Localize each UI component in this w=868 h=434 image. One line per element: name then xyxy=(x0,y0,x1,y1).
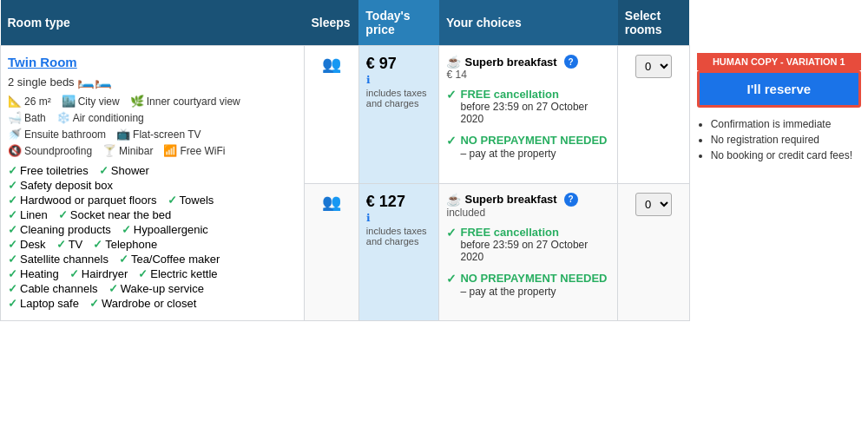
no-prepay-label-2: NO PREPAYMENT NEEDED xyxy=(460,272,607,285)
breakfast-icon-2: ☕ xyxy=(446,193,461,207)
check-row: ✓Free toiletries ✓Shower xyxy=(8,164,297,177)
wifi-icon: 📶 xyxy=(163,144,177,157)
amenity-courtyard: 🌿Inner courtyard view xyxy=(130,95,240,108)
reserve-container: HUMAN COPY - VARIATION 1 I'll reserve xyxy=(697,53,861,108)
amenity-row-1: 📐26 m² 🏙️City view 🌿Inner courtyard view xyxy=(8,95,297,108)
col-sleeps: Sleeps xyxy=(304,0,358,46)
check-row: ✓Cleaning products ✓Hypoallergenic xyxy=(8,223,297,236)
tv-icon: 📺 xyxy=(116,128,130,141)
check-tea: ✓Tea/Coffee maker xyxy=(119,253,220,266)
amenity-sqm: 📐26 m² xyxy=(8,95,51,108)
check-hypoallergenic: ✓Hypoallergenic xyxy=(122,223,208,236)
price-info-icon-2[interactable]: ℹ xyxy=(366,212,371,224)
check-socket: ✓Socket near the bed xyxy=(58,208,171,221)
select-cell-2: 0 1 2 3 4 5 xyxy=(618,183,689,321)
sleeps-icon-2: 👥 xyxy=(322,194,341,211)
amenity-row-3: 🚿Ensuite bathroom 📺Flat-screen TV xyxy=(8,128,297,141)
check-telephone: ✓Telephone xyxy=(93,238,157,251)
sidebar-cell: HUMAN COPY - VARIATION 1 I'll reserve Co… xyxy=(689,46,868,321)
breakfast-help-icon-2[interactable]: ? xyxy=(564,193,578,207)
bullet-registration: No registration required xyxy=(711,134,861,146)
check-row: ✓Heating ✓Hairdryer ✓Electric kettle xyxy=(8,267,297,280)
check-desk: ✓Desk xyxy=(8,238,46,251)
amenity-ensuite: 🚿Ensuite bathroom xyxy=(8,128,106,141)
amenity-ac: ❄️Air conditioning xyxy=(56,111,144,124)
check-cleaning: ✓Cleaning products xyxy=(8,223,111,236)
variation-badge: HUMAN COPY - VARIATION 1 xyxy=(697,53,861,70)
breakfast-text-1: Superb breakfast xyxy=(464,56,556,69)
check-row: ✓Hardwood or parquet floors ✓Towels xyxy=(8,194,297,207)
check-kettle: ✓Electric kettle xyxy=(138,267,217,280)
amenity-city-view: 🏙️City view xyxy=(62,95,120,108)
select-cell-1: 0 1 2 3 4 5 xyxy=(618,46,689,184)
price-note-2: includes taxes and charges xyxy=(366,226,432,247)
choices-cell-2: ☕ Superb breakfast ? included ✓ FREE can… xyxy=(439,183,618,321)
breakfast-text-2: Superb breakfast xyxy=(464,193,556,206)
breakfast-included-2: included xyxy=(446,207,610,219)
check-towels: ✓Towels xyxy=(168,194,214,207)
breakfast-help-icon-1[interactable]: ? xyxy=(564,55,578,69)
check-heating: ✓Heating xyxy=(8,267,59,280)
room-title[interactable]: Twin Room xyxy=(8,55,297,69)
check-satellite: ✓Satellite channels xyxy=(8,253,108,266)
amenity-soundproofing: 🔇Soundproofing xyxy=(8,144,92,157)
free-cancel-row-2: ✓ FREE cancellation before 23:59 on 27 O… xyxy=(446,226,610,268)
check-floors: ✓Hardwood or parquet floors xyxy=(8,194,157,207)
ensuite-icon: 🚿 xyxy=(8,128,22,141)
sqm-icon: 📐 xyxy=(8,95,22,108)
check-wardrobe: ✓Wardrobe or closet xyxy=(89,297,196,310)
check-linen: ✓Linen xyxy=(8,208,48,221)
amenity-wifi: 📶Free WiFi xyxy=(163,144,225,157)
free-cancel-label-2: FREE cancellation xyxy=(460,226,610,239)
bullet-confirmation: Confirmation is immediate xyxy=(711,118,861,130)
amenity-row-4: 🔇Soundproofing 🍸Minibar 📶Free WiFi xyxy=(8,144,297,157)
breakfast-price-1: € 14 xyxy=(446,69,610,81)
price-cell-2: € 127 ℹ includes taxes and charges xyxy=(358,183,439,321)
col-sidebar xyxy=(689,0,868,46)
check-safety-deposit: ✓Safety deposit box xyxy=(8,179,113,192)
col-room-type: Room type xyxy=(1,0,305,46)
amenity-bath: 🛁Bath xyxy=(8,111,46,124)
no-prepay-check-1: ✓ xyxy=(446,134,457,148)
check-toiletries: ✓Free toiletries xyxy=(8,164,89,177)
sleeps-cell-2: 👥 xyxy=(304,183,358,321)
courtyard-icon: 🌿 xyxy=(130,95,144,108)
amenity-minibar: 🍸Minibar xyxy=(102,144,153,157)
bed-icon: 🛏️🛏️ xyxy=(77,74,112,89)
sleeps-cell-1: 👥 xyxy=(304,46,358,184)
price-amount-1: € 97 xyxy=(366,55,432,73)
price-cell-1: € 97 ℹ includes taxes and charges xyxy=(358,46,439,184)
room-type-cell: Twin Room 2 single beds 🛏️🛏️ 📐26 m² 🏙️Ci… xyxy=(1,46,305,321)
bath-icon: 🛁 xyxy=(8,111,22,124)
free-cancel-row-1: ✓ FREE cancellation before 23:59 on 27 O… xyxy=(446,88,610,130)
check-tv2: ✓TV xyxy=(56,238,83,251)
check-row: ✓Linen ✓Socket near the bed xyxy=(8,208,297,221)
col-select-rooms: Select rooms xyxy=(618,0,689,46)
price-info-icon-1[interactable]: ℹ xyxy=(366,74,371,86)
free-cancel-detail-1: before 23:59 on 27 October 2020 xyxy=(460,101,610,125)
check-row: ✓Safety deposit box xyxy=(8,179,297,192)
minibar-icon: 🍸 xyxy=(102,144,116,157)
sidebar-bullets: Confirmation is immediate No registratio… xyxy=(697,118,861,161)
breakfast-icon-1: ☕ xyxy=(446,55,461,69)
check-cable: ✓Cable channels xyxy=(8,282,98,295)
free-cancel-label-1: FREE cancellation xyxy=(460,88,610,101)
free-cancel-check-2: ✓ xyxy=(446,226,457,240)
room-select-2[interactable]: 0 1 2 3 4 5 xyxy=(635,193,672,216)
col-today-price: Today's price xyxy=(358,0,439,46)
bullet-fees: No booking or credit card fees! xyxy=(711,149,861,161)
amenity-row-2: 🛁Bath ❄️Air conditioning xyxy=(8,111,297,124)
reserve-button[interactable]: I'll reserve xyxy=(697,70,861,108)
breakfast-label-1: ☕ Superb breakfast ? xyxy=(446,55,610,69)
choices-cell-1: ☕ Superb breakfast ? € 14 ✓ FREE cancell… xyxy=(439,46,618,184)
bed-info: 2 single beds 🛏️🛏️ xyxy=(8,73,297,89)
free-cancel-detail-2: before 23:59 on 27 October 2020 xyxy=(460,239,610,263)
sleeps-icon-1: 👥 xyxy=(322,56,341,73)
check-row: ✓Cable channels ✓Wake-up service xyxy=(8,282,297,295)
no-prepay-row-2: ✓ NO PREPAYMENT NEEDED – pay at the prop… xyxy=(446,272,610,298)
room-select-1[interactable]: 0 1 2 3 4 5 xyxy=(635,55,672,78)
breakfast-label-2: ☕ Superb breakfast ? xyxy=(446,193,610,207)
no-prepay-detail-2: – pay at the property xyxy=(460,286,556,298)
check-hairdryer: ✓Hairdryer xyxy=(69,267,128,280)
amenities-checklist: ✓Free toiletries ✓Shower ✓Safety deposit… xyxy=(8,164,297,310)
